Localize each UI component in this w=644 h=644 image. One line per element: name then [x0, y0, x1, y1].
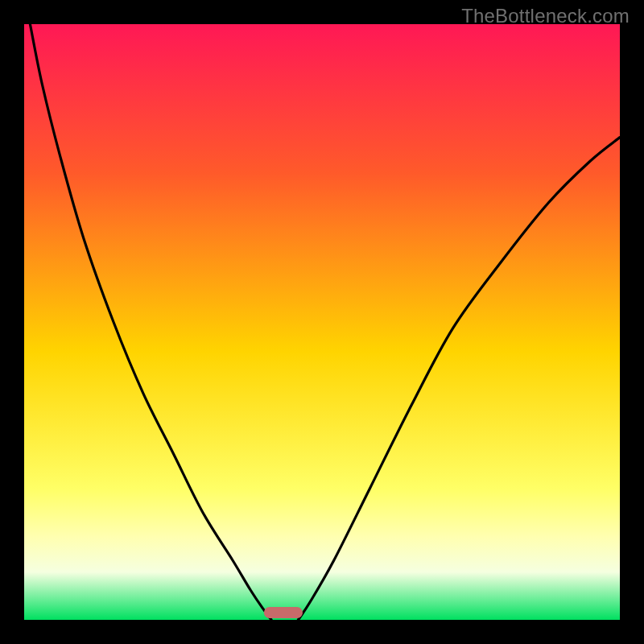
- watermark-text: TheBottleneck.com: [461, 5, 630, 27]
- plot-frame: [24, 24, 620, 620]
- marker-pill: [264, 607, 303, 618]
- chart-container: TheBottleneck.com: [0, 0, 644, 644]
- bottleneck-marker: [264, 607, 303, 618]
- plot-svg: [24, 24, 620, 620]
